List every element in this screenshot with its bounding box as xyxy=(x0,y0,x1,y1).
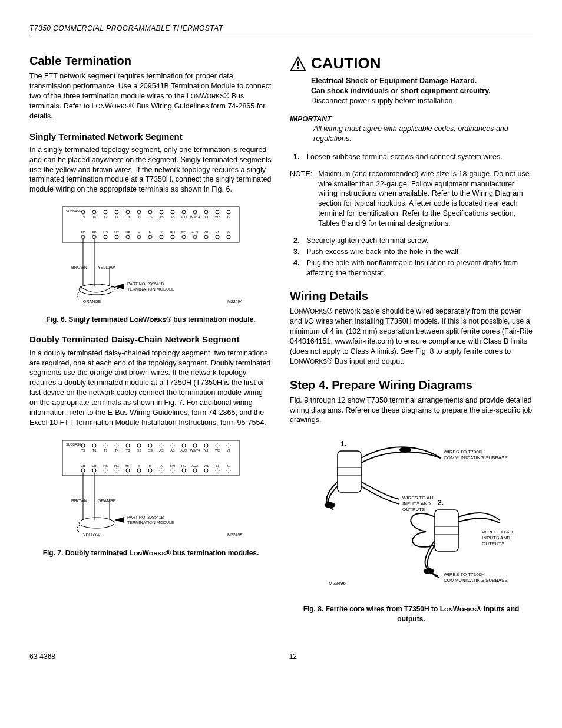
svg-text:RH: RH xyxy=(170,464,175,467)
svg-text:HC: HC xyxy=(114,464,119,467)
svg-point-15 xyxy=(160,210,163,214)
svg-point-45 xyxy=(171,235,174,239)
svg-text:M: M xyxy=(138,230,141,234)
svg-text:W1: W1 xyxy=(204,230,209,234)
figure-6: SUBBASE T5 T6 T7 T4 T3 OS OS AS AS AUX xyxy=(29,204,272,324)
svg-text:2.: 2. xyxy=(438,499,444,507)
heading-singly-terminated: Singly Terminated Network Segment xyxy=(29,131,272,143)
svg-text:M22496: M22496 xyxy=(329,581,346,586)
svg-point-53 xyxy=(216,235,219,239)
svg-point-1 xyxy=(81,210,85,214)
svg-text:T5: T5 xyxy=(81,449,85,452)
svg-point-19 xyxy=(182,210,186,214)
svg-point-110 xyxy=(148,469,152,472)
svg-text:COMMUNICATING SUBBASE: COMMUNICATING SUBBASE xyxy=(444,455,508,460)
svg-text:T4: T4 xyxy=(115,215,118,219)
doubly-terminated-paragraph: In a doubly terminated daisy-chained top… xyxy=(29,348,272,428)
svg-point-27 xyxy=(227,210,230,214)
figure-7-caption: Fig. 7. Doubly terminated LONWORKS® bus … xyxy=(29,548,272,558)
svg-text:W1: W1 xyxy=(204,464,209,467)
svg-point-70 xyxy=(81,444,85,447)
svg-text:W3/Y4: W3/Y4 xyxy=(190,449,200,452)
caution-label: CAUTION xyxy=(311,53,381,74)
svg-rect-68 xyxy=(62,440,239,476)
cable-termination-paragraph: The FTT network segment requires termina… xyxy=(29,71,272,121)
svg-text:OS: OS xyxy=(137,449,141,452)
svg-point-51 xyxy=(204,235,208,239)
svg-point-11 xyxy=(137,210,141,214)
important-label: IMPORTANT xyxy=(290,114,533,124)
svg-point-102 xyxy=(104,469,107,472)
svg-text:EB: EB xyxy=(92,230,97,234)
svg-text:Y3: Y3 xyxy=(204,215,209,219)
svg-text:INPUTS AND: INPUTS AND xyxy=(482,535,510,541)
svg-text:AS: AS xyxy=(170,215,175,219)
heading-wiring-details: Wiring Details xyxy=(290,288,533,304)
svg-text:M: M xyxy=(138,464,141,467)
svg-text:M22495: M22495 xyxy=(227,533,242,537)
svg-point-84 xyxy=(160,444,163,447)
svg-text:WIRES TO T7300H: WIRES TO T7300H xyxy=(444,449,485,454)
svg-point-29 xyxy=(81,235,85,239)
step-2: Securely tighten each terminal screw. xyxy=(302,236,533,246)
svg-point-72 xyxy=(92,444,96,447)
svg-point-35 xyxy=(115,235,118,239)
svg-text:BROWN: BROWN xyxy=(71,265,87,269)
heading-step4: Step 4. Prepare Wiring Diagrams xyxy=(290,377,533,393)
note-body: Maximum (and recommended) wire size is 1… xyxy=(318,169,533,229)
heading-cable-termination: Cable Termination xyxy=(29,53,272,69)
svg-point-139 xyxy=(297,67,299,69)
svg-point-90 xyxy=(193,444,197,447)
svg-text:M22494: M22494 xyxy=(227,299,242,304)
svg-text:TERMINATION MODULE: TERMINATION MODULE xyxy=(127,287,174,291)
svg-point-39 xyxy=(137,235,141,239)
svg-point-106 xyxy=(126,469,130,472)
svg-text:T3: T3 xyxy=(126,449,130,452)
figure-6-caption: Fig. 6. Singly terminated LONWORKS® bus … xyxy=(29,315,272,324)
page-footer: 63-4368 12 . xyxy=(29,652,533,661)
svg-text:INPUTS AND: INPUTS AND xyxy=(402,501,431,506)
svg-text:EB: EB xyxy=(81,230,85,234)
svg-point-21 xyxy=(193,210,197,214)
svg-point-37 xyxy=(126,235,130,239)
svg-rect-0 xyxy=(62,207,239,242)
svg-text:Y1: Y1 xyxy=(216,464,220,467)
svg-point-5 xyxy=(104,210,107,214)
step4-paragraph: Fig. 9 through 12 show T7350 terminal ar… xyxy=(290,396,533,426)
two-column-layout: Cable Termination The FTT network segmen… xyxy=(29,53,533,628)
svg-text:OS: OS xyxy=(148,215,153,219)
svg-point-131 xyxy=(79,518,114,528)
svg-point-146 xyxy=(325,502,335,508)
svg-point-47 xyxy=(182,235,186,239)
svg-point-156 xyxy=(424,568,434,574)
svg-text:M: M xyxy=(149,464,152,467)
svg-point-124 xyxy=(227,469,230,472)
svg-point-104 xyxy=(115,469,118,472)
svg-text:T6: T6 xyxy=(92,449,96,452)
svg-point-143 xyxy=(399,447,411,453)
svg-text:WIRES TO ALL: WIRES TO ALL xyxy=(402,495,435,500)
svg-rect-151 xyxy=(435,510,458,551)
svg-text:Y3: Y3 xyxy=(204,449,209,452)
svg-text:RC: RC xyxy=(181,464,186,467)
page-number: 12 xyxy=(289,652,297,661)
caution-body: Electrical Shock or Equipment Damage Haz… xyxy=(311,76,533,106)
svg-point-114 xyxy=(171,469,174,472)
svg-text:Y2: Y2 xyxy=(227,215,231,219)
figure-8-caption: Fig. 8. Ferrite core wires from T7350H t… xyxy=(290,604,533,623)
step-3: Push excess wire back into the hole in t… xyxy=(302,247,533,257)
svg-text:HP: HP xyxy=(125,464,130,467)
figure-7-diagram: SUBBASE T5 T6 T7 T4 T3 OS OS AS AS AUX W… xyxy=(51,437,251,543)
svg-text:AUX: AUX xyxy=(180,215,187,219)
svg-point-118 xyxy=(193,469,197,472)
svg-point-86 xyxy=(171,444,174,447)
svg-text:EB: EB xyxy=(92,464,97,467)
note-label: NOTE: xyxy=(290,169,312,229)
svg-text:T7: T7 xyxy=(104,215,107,219)
svg-point-122 xyxy=(216,469,219,472)
svg-point-100 xyxy=(92,469,96,472)
figure-8-diagram: 1. WIRES TO T7300H COMMUNICATING SUBBASE… xyxy=(305,434,517,599)
svg-marker-63 xyxy=(114,284,124,289)
svg-point-55 xyxy=(227,235,230,239)
svg-text:AUX: AUX xyxy=(191,230,199,234)
